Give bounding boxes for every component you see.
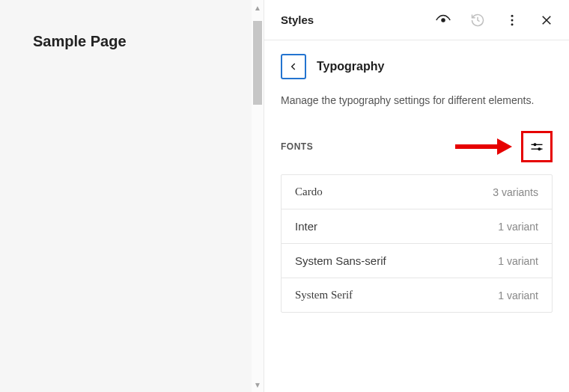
revisions-icon <box>469 11 487 29</box>
chevron-left-icon <box>288 61 299 72</box>
panel-title: Typography <box>317 60 384 73</box>
preview-pane: Sample Page ▲ ▼ <box>0 0 264 392</box>
font-name: System Serif <box>295 289 353 301</box>
font-list: Cardo3 variantsInter1 variantSystem Sans… <box>281 174 553 313</box>
fonts-section-label: FONTS <box>281 141 313 152</box>
font-variants: 1 variant <box>498 290 538 301</box>
preview-page-title: Sample Page <box>33 33 231 50</box>
sidebar-header: Styles <box>264 0 569 40</box>
font-variants: 1 variant <box>498 221 538 233</box>
scroll-down-arrow-icon[interactable]: ▼ <box>252 379 264 391</box>
preview-scrollbar[interactable]: ▲ ▼ <box>252 0 264 392</box>
scroll-up-arrow-icon[interactable]: ▲ <box>252 1 264 13</box>
svg-point-11 <box>538 147 541 150</box>
font-item[interactable]: System Serif1 variant <box>282 278 552 312</box>
font-variants: 3 variants <box>493 186 538 198</box>
font-library-settings-button[interactable] <box>521 131 553 162</box>
panel-description: Manage the typography settings for diffe… <box>281 93 553 108</box>
panel-nav: Typography <box>281 54 553 79</box>
svg-rect-8 <box>532 144 543 145</box>
sliders-icon <box>529 139 544 154</box>
font-item[interactable]: System Sans-serif1 variant <box>282 244 552 278</box>
svg-point-0 <box>441 18 445 22</box>
annotation-arrow-icon <box>454 135 512 158</box>
close-icon[interactable] <box>538 11 556 29</box>
font-item[interactable]: Cardo3 variants <box>282 175 552 209</box>
sidebar-header-title: Styles <box>281 13 314 26</box>
more-menu-icon[interactable] <box>503 11 521 29</box>
font-name: Cardo <box>295 186 323 198</box>
font-variants: 1 variant <box>498 255 538 267</box>
typography-panel: Typography Manage the typography setting… <box>264 40 569 313</box>
header-actions <box>434 11 556 29</box>
font-item[interactable]: Inter1 variant <box>282 209 552 244</box>
stylebook-icon[interactable] <box>434 11 452 29</box>
svg-point-2 <box>511 19 514 21</box>
svg-point-9 <box>534 143 537 146</box>
svg-point-3 <box>511 23 514 25</box>
svg-point-1 <box>511 14 514 16</box>
svg-marker-7 <box>497 138 512 155</box>
back-button[interactable] <box>281 54 306 79</box>
styles-sidebar: Styles Typography Manage the typography … <box>264 0 569 392</box>
font-name: Inter <box>295 220 317 233</box>
font-name: System Sans-serif <box>295 254 386 267</box>
fonts-section-header: FONTS <box>281 131 553 162</box>
preview-scrollbar-thumb[interactable] <box>253 21 262 105</box>
